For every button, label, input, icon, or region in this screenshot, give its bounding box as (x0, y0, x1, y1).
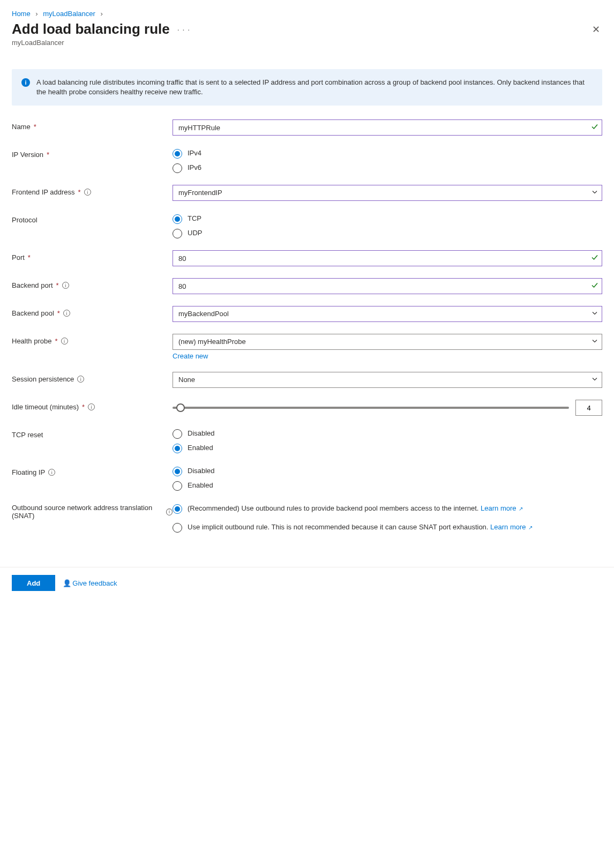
chevron-right-icon: › (35, 10, 38, 18)
label-health-probe: Health probe* i (12, 334, 173, 345)
session-persistence-select[interactable]: None (173, 372, 602, 388)
check-icon (591, 255, 598, 263)
label-protocol: Protocol (12, 213, 173, 224)
frontend-ip-select[interactable]: myFrontendIP (173, 185, 602, 201)
label-floating-ip: Floating IP i (12, 465, 173, 476)
label-backend-port: Backend port* i (12, 278, 173, 289)
label-ip-version: IP Version* (12, 147, 173, 159)
label-name: Name* (12, 119, 173, 131)
info-icon[interactable]: i (84, 189, 91, 196)
add-button[interactable]: Add (12, 575, 55, 591)
info-icon: i (21, 78, 30, 87)
label-session-persistence: Session persistence i (12, 372, 173, 383)
subtitle: myLoadBalancer (12, 39, 602, 47)
radio-snat-implicit[interactable]: Use implicit outbound rule. This is not … (173, 522, 602, 533)
close-icon[interactable]: ✕ (590, 23, 602, 36)
external-link-icon: ↗ (527, 525, 533, 530)
radio-tcp-reset-enabled[interactable]: Enabled (173, 443, 602, 453)
info-icon[interactable]: i (62, 282, 69, 289)
breadcrumb-resource[interactable]: myLoadBalancer (43, 10, 95, 18)
radio-udp[interactable]: UDP (173, 228, 602, 238)
name-input[interactable] (173, 119, 602, 136)
idle-timeout-value[interactable] (575, 400, 602, 416)
label-idle-timeout: Idle timeout (minutes)* i (12, 400, 173, 411)
info-icon[interactable]: i (48, 469, 55, 476)
feedback-icon: 👤 (63, 579, 71, 587)
more-icon[interactable]: · · · (177, 25, 190, 34)
radio-snat-recommended[interactable]: (Recommended) Use outbound rules to prov… (173, 504, 602, 514)
page-title: Add load balancing rule (12, 21, 170, 38)
health-probe-select[interactable]: (new) myHealthProbe (173, 334, 602, 350)
slider-thumb[interactable] (176, 403, 185, 412)
radio-tcp[interactable]: TCP (173, 214, 602, 224)
give-feedback-link[interactable]: 👤 Give feedback (63, 579, 117, 587)
radio-tcp-reset-disabled[interactable]: Disabled (173, 429, 602, 439)
idle-timeout-slider[interactable] (173, 407, 569, 409)
label-port: Port* (12, 250, 173, 261)
info-icon[interactable]: i (88, 403, 95, 410)
learn-more-link[interactable]: Learn more ↗ (481, 504, 523, 512)
label-snat: Outbound source network address translat… (12, 503, 173, 520)
info-icon[interactable]: i (77, 376, 84, 383)
port-input[interactable] (173, 250, 602, 266)
external-link-icon: ↗ (518, 506, 523, 512)
info-text: A load balancing rule distributes incomi… (36, 78, 593, 97)
label-tcp-reset: TCP reset (12, 428, 173, 439)
backend-port-input[interactable] (173, 278, 602, 294)
chevron-right-icon: › (100, 10, 102, 18)
radio-floating-ip-disabled[interactable]: Disabled (173, 466, 602, 476)
radio-ipv4[interactable]: IPv4 (173, 148, 602, 159)
radio-floating-ip-enabled[interactable]: Enabled (173, 481, 602, 491)
label-frontend-ip: Frontend IP address* i (12, 185, 173, 196)
check-icon (591, 124, 598, 132)
breadcrumb-home[interactable]: Home (12, 10, 31, 18)
breadcrumb: Home › myLoadBalancer › (12, 10, 602, 18)
info-icon[interactable]: i (63, 310, 70, 317)
info-icon[interactable]: i (166, 508, 173, 515)
backend-pool-select[interactable]: myBackendPool (173, 306, 602, 322)
check-icon (591, 282, 598, 290)
learn-more-link[interactable]: Learn more ↗ (490, 523, 533, 531)
create-new-link[interactable]: Create new (173, 352, 208, 360)
info-banner: i A load balancing rule distributes inco… (12, 69, 602, 106)
label-backend-pool: Backend pool* i (12, 306, 173, 317)
radio-ipv6[interactable]: IPv6 (173, 163, 602, 173)
info-icon[interactable]: i (61, 338, 68, 345)
